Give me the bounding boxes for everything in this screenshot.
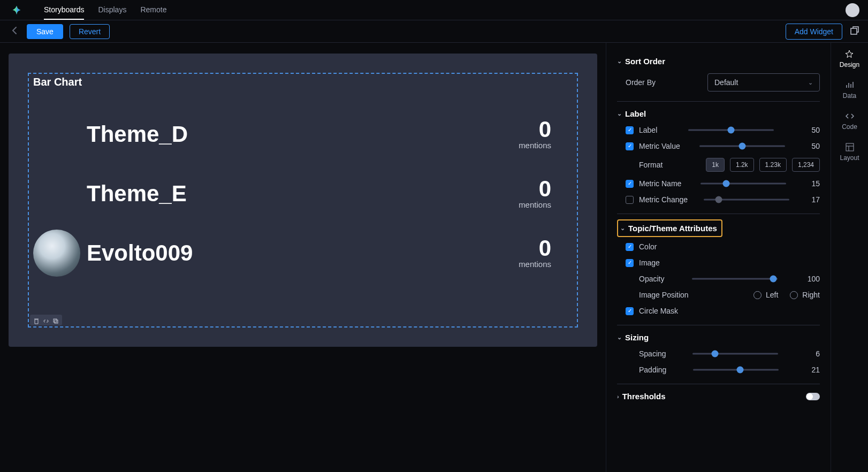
nav-storyboards[interactable]: Storyboards bbox=[44, 0, 84, 20]
chevron-right-icon: › bbox=[617, 393, 619, 400]
right-rail: Design Data Code Layout bbox=[831, 43, 868, 472]
image-pos-right-radio[interactable] bbox=[790, 291, 798, 299]
storyboard-canvas[interactable]: Bar Chart Theme_D 0 mentions Theme_E bbox=[9, 54, 597, 347]
code-icon bbox=[845, 111, 855, 121]
rail-data[interactable]: Data bbox=[843, 80, 856, 100]
image-pos-right-label: Right bbox=[802, 291, 820, 299]
save-button[interactable]: Save bbox=[27, 24, 63, 39]
metric-value-checkbox[interactable] bbox=[626, 142, 634, 150]
add-widget-button[interactable]: Add Widget bbox=[786, 24, 842, 40]
padding-label: Padding bbox=[639, 366, 666, 374]
format-option-1k[interactable]: 1k bbox=[706, 158, 725, 172]
section-title: Sizing bbox=[625, 333, 649, 342]
back-icon[interactable] bbox=[9, 27, 20, 36]
layout-icon bbox=[845, 142, 855, 152]
rail-label: Data bbox=[843, 92, 856, 100]
main-area: Bar Chart Theme_D 0 mentions Theme_E bbox=[0, 43, 868, 472]
section-header-label[interactable]: ⌄ Label bbox=[617, 107, 820, 120]
color-label: Color bbox=[639, 242, 657, 251]
row-value: 0 bbox=[519, 118, 551, 141]
section-header-thresholds[interactable]: › Thresholds bbox=[617, 390, 666, 403]
format-option-1-23k[interactable]: 1.23k bbox=[759, 158, 787, 172]
row-value: 0 bbox=[519, 237, 551, 260]
order-by-label: Order By bbox=[626, 78, 690, 87]
section-label: ⌄ Label Label 50 Metric Value 50 Format bbox=[617, 102, 820, 214]
delete-icon[interactable] bbox=[33, 317, 40, 323]
link-icon[interactable] bbox=[43, 317, 49, 323]
format-option-1-2k[interactable]: 1.2k bbox=[730, 158, 754, 172]
bar-chart-widget[interactable]: Bar Chart Theme_D 0 mentions Theme_E bbox=[28, 73, 578, 328]
spacing-value: 6 bbox=[805, 349, 820, 358]
svg-rect-0 bbox=[851, 28, 857, 34]
widget-title: Bar Chart bbox=[33, 76, 573, 88]
chevron-down-icon: ⌄ bbox=[617, 58, 622, 65]
label-text: Label bbox=[639, 126, 657, 134]
design-panel: ⌄ Sort Order Order By Default ⌄ ⌄ Label bbox=[606, 43, 831, 472]
metric-name-checkbox[interactable] bbox=[626, 180, 634, 188]
format-option-1234[interactable]: 1,234 bbox=[792, 158, 820, 172]
image-pos-left-radio[interactable] bbox=[753, 291, 762, 299]
row-label: Evolto009 bbox=[87, 240, 193, 266]
fullscreen-icon[interactable] bbox=[850, 26, 859, 37]
metric-change-slider[interactable] bbox=[704, 196, 789, 203]
app-logo bbox=[11, 4, 22, 16]
metric-name-text: Metric Name bbox=[639, 179, 681, 188]
nav-links: Storyboards Displays Remote bbox=[44, 0, 166, 20]
rail-design[interactable]: Design bbox=[840, 49, 859, 68]
rail-label: Code bbox=[842, 123, 857, 131]
section-thresholds: › Thresholds bbox=[617, 384, 820, 413]
chart-row: Evolto009 0 mentions bbox=[87, 237, 551, 269]
section-title: Label bbox=[625, 109, 646, 118]
thresholds-toggle[interactable] bbox=[806, 393, 820, 400]
section-header-sort-order[interactable]: ⌄ Sort Order bbox=[617, 55, 820, 68]
widget-action-bar bbox=[30, 315, 62, 325]
section-sizing: ⌄ Sizing Spacing 6 Padding 21 bbox=[617, 325, 820, 384]
section-sort-order: ⌄ Sort Order Order By Default ⌄ bbox=[617, 49, 820, 102]
order-by-select[interactable]: Default ⌄ bbox=[707, 73, 820, 92]
rail-code[interactable]: Code bbox=[842, 111, 857, 131]
revert-button[interactable]: Revert bbox=[70, 24, 110, 39]
row-image bbox=[33, 230, 80, 277]
nav-remote[interactable]: Remote bbox=[140, 0, 166, 20]
circle-mask-label: Circle Mask bbox=[639, 307, 678, 315]
rail-layout[interactable]: Layout bbox=[840, 142, 859, 162]
opacity-value: 100 bbox=[805, 275, 820, 283]
label-slider[interactable] bbox=[688, 126, 774, 134]
spacing-label: Spacing bbox=[639, 349, 666, 358]
metric-change-text: Metric Change bbox=[639, 195, 688, 204]
section-title: Thresholds bbox=[622, 392, 666, 401]
metric-value-value: 50 bbox=[805, 142, 820, 150]
metric-name-value: 15 bbox=[805, 179, 820, 188]
spacing-slider[interactable] bbox=[692, 350, 778, 357]
svg-rect-1 bbox=[54, 319, 57, 322]
metric-value-slider[interactable] bbox=[699, 142, 785, 150]
color-checkbox[interactable] bbox=[626, 243, 634, 251]
chart-row: Theme_E 0 mentions bbox=[87, 178, 551, 209]
design-icon bbox=[844, 49, 854, 59]
duplicate-icon[interactable] bbox=[52, 317, 59, 323]
metric-value-text: Metric Value bbox=[639, 142, 680, 150]
label-value: 50 bbox=[805, 126, 820, 134]
opacity-slider[interactable] bbox=[692, 275, 778, 283]
padding-slider[interactable] bbox=[693, 366, 779, 374]
svg-rect-2 bbox=[55, 320, 58, 323]
label-checkbox[interactable] bbox=[626, 126, 634, 134]
circle-mask-checkbox[interactable] bbox=[626, 307, 634, 315]
section-title: Topic/Theme Attributes bbox=[628, 224, 717, 233]
section-header-sizing[interactable]: ⌄ Sizing bbox=[617, 331, 820, 344]
metric-change-checkbox[interactable] bbox=[626, 196, 634, 204]
metric-change-value: 17 bbox=[805, 195, 820, 204]
chevron-down-icon: ⌄ bbox=[617, 334, 622, 341]
metric-name-slider[interactable] bbox=[701, 180, 786, 187]
image-label: Image bbox=[639, 258, 660, 267]
section-header-topic-theme[interactable]: ⌄ Topic/Theme Attributes bbox=[617, 219, 722, 237]
nav-displays[interactable]: Displays bbox=[98, 0, 126, 20]
top-nav: Storyboards Displays Remote bbox=[0, 0, 868, 20]
row-unit: mentions bbox=[519, 141, 551, 150]
opacity-label: Opacity bbox=[639, 275, 664, 283]
rail-label: Design bbox=[840, 61, 859, 68]
image-checkbox[interactable] bbox=[626, 259, 634, 267]
format-label: Format bbox=[639, 161, 663, 169]
user-avatar[interactable] bbox=[846, 3, 859, 17]
padding-value: 21 bbox=[805, 366, 820, 374]
